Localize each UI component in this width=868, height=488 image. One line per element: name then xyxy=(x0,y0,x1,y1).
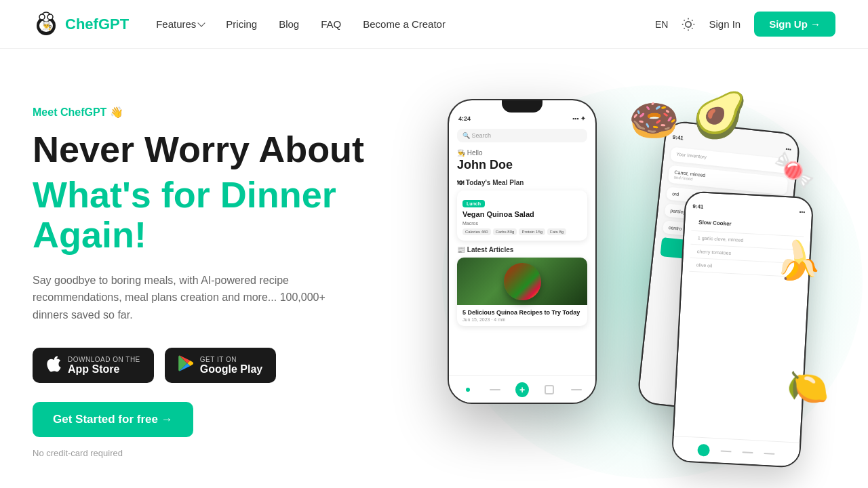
article-body: 5 Delicious Quinoa Recipes to Try Today … xyxy=(457,305,587,326)
meal-macros: Macros xyxy=(462,221,582,226)
article-card: 5 Delicious Quinoa Recipes to Try Today … xyxy=(457,258,587,326)
cta-wrapper: Get Started for free → No credit-card re… xyxy=(33,402,385,458)
navbar-right: EN Sign In Sign Up → xyxy=(655,12,835,37)
nav-become-creator[interactable]: Become a Creator xyxy=(363,18,446,30)
navbar-left: 👨‍🍳 ChefGPT Features Pricing Blog FAQ Be… xyxy=(33,11,446,38)
svg-point-4 xyxy=(47,14,53,20)
phone-status-bar: 4:24 ▪▪▪ ✦ xyxy=(449,113,595,123)
app-store-text: Download on the App Store xyxy=(68,356,140,375)
article-image xyxy=(457,258,587,305)
nav-pricing[interactable]: Pricing xyxy=(226,18,257,30)
article-meta: Jun 15, 2023 · 4 min xyxy=(462,317,582,322)
hero-title-line1: Never Worry About xyxy=(33,129,385,169)
protein-pill: Protein 15g xyxy=(519,228,545,235)
svg-text:👨‍🍳: 👨‍🍳 xyxy=(42,20,52,30)
phone-third: 9:41 ▪▪▪ Slow Cooker 1 garlic clove, min… xyxy=(671,190,814,468)
get-started-button[interactable]: Get Started for free → xyxy=(33,402,193,437)
phone-time: 4:24 xyxy=(458,115,471,122)
phones-container: 4:24 ▪▪▪ ✦ 🔍 Search 👨‍🍳 Hello John Doe 🍽… xyxy=(420,85,800,479)
hero-badge: Meet ChefGPT 👋 xyxy=(33,106,385,119)
donut-decoration: 🍩 xyxy=(629,96,679,144)
meal-plan-title: 🍽 Today's Meal Plan xyxy=(457,179,587,186)
signin-button[interactable]: Sign In xyxy=(709,18,741,30)
logo-text: ChefGPT xyxy=(65,16,129,33)
nav-search xyxy=(488,383,502,396)
nav-bookmark xyxy=(542,383,556,396)
third-nav-home xyxy=(697,443,710,456)
chef-logo-icon: 👨‍🍳 xyxy=(33,11,60,38)
nav-add: + xyxy=(515,383,529,396)
store-buttons: Download on the App Store GET IT ON Go xyxy=(33,348,385,383)
carbs-pill: Carbs 80g xyxy=(493,228,517,235)
svg-line-9 xyxy=(684,20,685,20)
google-play-text: GET IT ON Google Play xyxy=(200,356,262,375)
hero-title: Never Worry About What's for Dinner Agai… xyxy=(33,129,385,256)
hero-subtitle: Say goodbye to boring meals, with AI-pow… xyxy=(33,272,344,324)
phone-third-nav xyxy=(673,436,800,467)
phone-main-screen: 4:24 ▪▪▪ ✦ 🔍 Search 👨‍🍳 Hello John Doe 🍽… xyxy=(449,100,595,403)
svg-line-13 xyxy=(684,28,685,28)
phone-greeting: 👨‍🍳 Hello xyxy=(457,149,587,157)
app-store-sub: Download on the xyxy=(68,356,140,363)
phone-username: John Doe xyxy=(457,158,587,172)
logo-chef: Chef xyxy=(65,16,98,33)
nav-settings xyxy=(570,383,583,396)
app-store-button[interactable]: Download on the App Store xyxy=(33,348,154,383)
svg-line-10 xyxy=(692,28,693,28)
apple-icon xyxy=(46,354,61,376)
svg-line-14 xyxy=(692,20,693,20)
candy-decoration: 🍬 xyxy=(773,150,815,190)
phone-signal: ▪▪▪ ✦ xyxy=(572,115,586,122)
meal-name: Vegan Quinoa Salad xyxy=(462,210,582,218)
hero-section: Meet ChefGPT 👋 Never Worry About What's … xyxy=(0,49,868,488)
theme-toggle-button[interactable] xyxy=(682,18,695,31)
phone-bottom-nav: + xyxy=(449,375,595,403)
hero-title-line2: What's for Dinner xyxy=(33,174,336,215)
svg-point-6 xyxy=(686,21,691,26)
phone-third-screen: 9:41 ▪▪▪ Slow Cooker 1 garlic clove, min… xyxy=(673,192,812,466)
third-nav-item2 xyxy=(742,451,753,453)
third-nav-item xyxy=(721,450,732,452)
navbar: 👨‍🍳 ChefGPT Features Pricing Blog FAQ Be… xyxy=(0,0,868,49)
language-button[interactable]: EN xyxy=(655,19,668,30)
google-play-sub: GET IT ON xyxy=(200,356,237,363)
food-bowl xyxy=(504,263,541,300)
sun-icon xyxy=(682,18,695,31)
signup-button[interactable]: Sign Up → xyxy=(754,12,835,37)
meal-card: Lunch Vegan Quinoa Salad Macros Calories… xyxy=(457,190,587,241)
hero-title-green: What's for Dinner Again! xyxy=(33,175,385,256)
meal-tag: Lunch xyxy=(462,200,485,207)
google-play-button[interactable]: GET IT ON Google Play xyxy=(165,348,276,383)
google-play-main: Google Play xyxy=(200,363,262,375)
avocado-decoration: 🥑 xyxy=(692,89,747,141)
nav-faq[interactable]: FAQ xyxy=(321,18,341,30)
phone-content: 🔍 Search 👨‍🍳 Hello John Doe 🍽 Today's Me… xyxy=(449,123,595,403)
articles-title: 📰 Latest Articles xyxy=(457,246,587,253)
no-credit-text: No credit-card required xyxy=(33,448,123,458)
hero-right: 🍩 🥑 🍬 🍌 🍋 4:24 ▪▪▪ ✦ 🔍 Search 👨‍🍳 Hello … xyxy=(385,76,835,488)
logo-gpt: GPT xyxy=(98,16,129,33)
hero-left: Meet ChefGPT 👋 Never Worry About What's … xyxy=(33,106,385,459)
nav-home xyxy=(461,383,475,396)
google-play-icon xyxy=(178,355,193,375)
phone-search: 🔍 Search xyxy=(457,129,587,142)
article-title: 5 Delicious Quinoa Recipes to Try Today xyxy=(462,309,582,316)
nav-features[interactable]: Features xyxy=(156,18,204,30)
fats-pill: Fats 8g xyxy=(547,228,566,235)
macro-pills: Calories 460 Carbs 80g Protein 15g Fats … xyxy=(462,228,582,235)
app-store-main: App Store xyxy=(68,363,119,375)
third-nav-item3 xyxy=(764,452,774,454)
chevron-down-icon xyxy=(198,19,205,26)
phone-notch xyxy=(502,100,542,113)
lemon-decoration: 🍋 xyxy=(787,367,829,407)
hero-title-line3: Again! xyxy=(33,214,146,255)
nav-blog[interactable]: Blog xyxy=(279,18,299,30)
logo[interactable]: 👨‍🍳 ChefGPT xyxy=(33,11,129,38)
banana-decoration: 🍌 xyxy=(775,239,822,283)
phone-main: 4:24 ▪▪▪ ✦ 🔍 Search 👨‍🍳 Hello John Doe 🍽… xyxy=(448,99,597,404)
svg-point-3 xyxy=(39,14,45,20)
calories-pill: Calories 460 xyxy=(462,228,491,235)
nav-links: Features Pricing Blog FAQ Become a Creat… xyxy=(156,18,446,30)
